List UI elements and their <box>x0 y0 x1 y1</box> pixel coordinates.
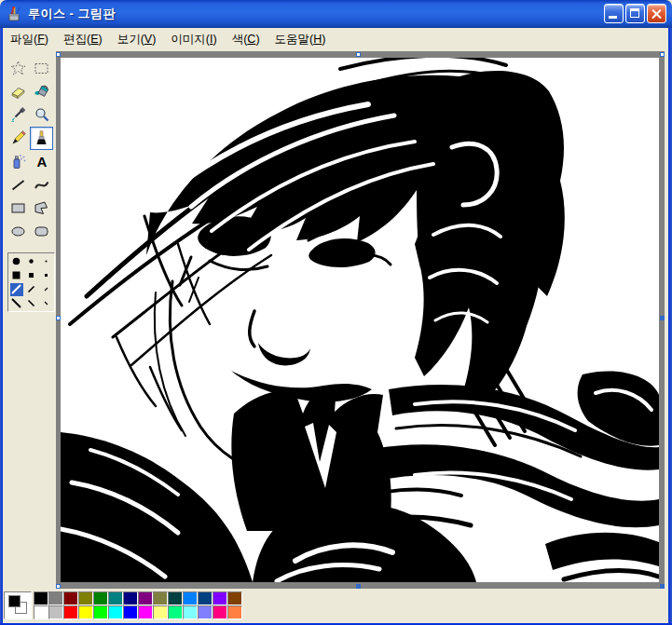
color-swatch[interactable] <box>78 605 93 619</box>
tool-brush-button[interactable] <box>30 127 53 150</box>
tool-fill-with-color-button[interactable] <box>30 80 53 103</box>
tool-curve-button[interactable] <box>30 173 53 197</box>
brush-size-square-small[interactable] <box>39 269 52 282</box>
minimize-icon <box>609 16 617 19</box>
toolbox: A <box>3 51 56 589</box>
color-swatch[interactable] <box>183 591 198 605</box>
fill-with-color-icon <box>34 84 49 100</box>
tool-polygon-button[interactable] <box>30 197 53 220</box>
color-palette <box>34 591 242 619</box>
tool-pencil-button[interactable] <box>7 127 30 150</box>
canvas-handle-top-right <box>660 52 665 57</box>
color-swatch[interactable] <box>168 605 183 619</box>
color-swatch[interactable] <box>78 591 93 605</box>
brush-size-slash-medium[interactable] <box>24 283 37 296</box>
color-swatch[interactable] <box>168 591 183 605</box>
paint-app-icon <box>7 6 23 22</box>
tool-pick-color-button[interactable] <box>7 103 30 127</box>
color-swatch[interactable] <box>138 591 153 605</box>
menu-image[interactable]: 이미지(I) <box>163 30 224 49</box>
color-swatch[interactable] <box>198 591 213 605</box>
color-swatch[interactable] <box>48 605 63 619</box>
tool-line-button[interactable] <box>7 173 30 197</box>
maximize-button[interactable] <box>625 4 645 23</box>
rectangle-icon <box>10 200 26 216</box>
color-swatch[interactable] <box>138 605 153 619</box>
free-form-select-icon <box>10 61 26 76</box>
color-swatch[interactable] <box>63 605 78 619</box>
color-swatch[interactable] <box>93 591 108 605</box>
foreground-color-indicator <box>8 595 21 607</box>
brush-size-round-large[interactable] <box>10 255 23 268</box>
color-swatch[interactable] <box>153 605 168 619</box>
color-swatch[interactable] <box>34 591 48 605</box>
tool-text-button[interactable]: A <box>30 150 53 173</box>
canvas-workspace <box>56 51 665 589</box>
brush-size-round-small[interactable] <box>39 255 52 268</box>
tool-airbrush-button[interactable] <box>7 150 30 173</box>
line-icon <box>10 177 26 193</box>
menu-edit[interactable]: 편집(E) <box>56 30 110 49</box>
portrait-drawing <box>61 58 659 582</box>
menu-view[interactable]: 보기(V) <box>110 30 164 49</box>
brush-size-round-medium[interactable] <box>24 255 37 268</box>
color-swatch[interactable] <box>93 605 108 619</box>
color-bar <box>3 589 668 625</box>
titlebar[interactable]: 루이스 - 그림판 <box>0 0 672 28</box>
pick-color-icon <box>10 107 26 123</box>
canvas[interactable] <box>61 58 659 582</box>
brush-icon <box>34 130 49 146</box>
color-swatch[interactable] <box>123 591 138 605</box>
text-icon: A <box>34 154 49 170</box>
paint-window: 루이스 - 그림판 파일(F) 편집(E) 보기(V) 이미지(I) 색(C) … <box>0 0 672 625</box>
color-swatch[interactable] <box>153 591 168 605</box>
current-colors-indicator <box>4 591 32 619</box>
canvas-handle-top-middle <box>356 52 361 57</box>
tool-select-button[interactable] <box>30 57 53 80</box>
curve-icon <box>34 177 49 193</box>
close-button[interactable] <box>647 4 666 23</box>
tool-rounded-rectangle-button[interactable] <box>30 220 53 243</box>
color-swatch[interactable] <box>227 605 242 619</box>
window-border-right <box>668 28 672 625</box>
color-swatch[interactable] <box>123 605 138 619</box>
color-swatch[interactable] <box>213 591 227 605</box>
brush-size-square-medium[interactable] <box>24 269 37 282</box>
color-swatch[interactable] <box>108 605 123 619</box>
minimize-button[interactable] <box>604 4 624 23</box>
brush-size-backslash-medium[interactable] <box>24 297 37 310</box>
menu-file[interactable]: 파일(F) <box>3 30 56 49</box>
eraser-icon <box>10 84 26 100</box>
color-swatch[interactable] <box>183 605 198 619</box>
color-swatch[interactable] <box>108 591 123 605</box>
pencil-icon <box>10 130 26 146</box>
ellipse-icon <box>10 224 26 239</box>
tool-free-form-select-button[interactable] <box>7 57 30 80</box>
brush-size-backslash-small[interactable] <box>39 297 52 310</box>
menu-help[interactable]: 도움말(H) <box>267 30 334 49</box>
polygon-icon <box>34 200 49 216</box>
menubar: 파일(F) 편집(E) 보기(V) 이미지(I) 색(C) 도움말(H) <box>3 28 668 51</box>
brush-size-square-large[interactable] <box>10 269 23 282</box>
canvas-resize-handle-right[interactable] <box>660 316 665 320</box>
window-border-left <box>0 28 3 625</box>
color-swatch[interactable] <box>227 591 242 605</box>
color-swatch[interactable] <box>213 605 227 619</box>
brush-size-slash-large[interactable] <box>10 283 23 296</box>
menu-colors[interactable]: 색(C) <box>225 30 267 49</box>
tool-rectangle-button[interactable] <box>7 197 30 220</box>
canvas-handle-left-middle <box>56 316 61 320</box>
color-swatch[interactable] <box>48 591 63 605</box>
tool-eraser-button[interactable] <box>7 80 30 103</box>
brush-size-backslash-large[interactable] <box>10 297 23 310</box>
airbrush-icon <box>10 154 26 170</box>
color-swatch[interactable] <box>198 605 213 619</box>
select-icon <box>34 61 49 76</box>
brush-options-box <box>7 252 55 312</box>
maximize-icon <box>630 8 639 18</box>
tool-ellipse-button[interactable] <box>7 220 30 243</box>
tool-magnifier-button[interactable] <box>30 103 53 127</box>
color-swatch[interactable] <box>34 605 48 619</box>
brush-size-slash-small[interactable] <box>39 283 52 296</box>
color-swatch[interactable] <box>63 591 78 605</box>
